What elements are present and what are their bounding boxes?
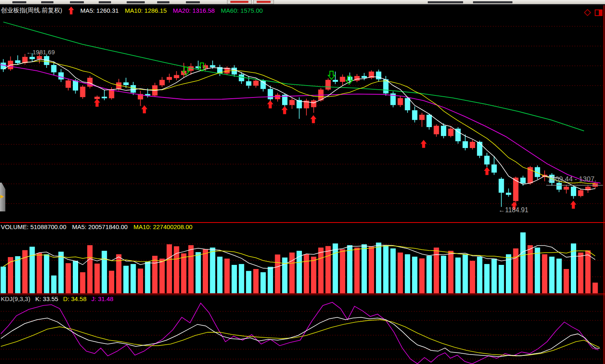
candle-body[interactable]	[333, 80, 338, 82]
volume-bar[interactable]	[152, 256, 158, 294]
candle-body[interactable]	[520, 178, 526, 183]
volume-bar[interactable]	[260, 272, 266, 294]
volume-bar[interactable]	[376, 243, 381, 294]
volume-bar[interactable]	[419, 258, 424, 294]
volume-bar[interactable]	[138, 269, 143, 294]
volume-bar[interactable]	[427, 256, 432, 294]
candle-body[interactable]	[311, 100, 316, 107]
volume-bar[interactable]	[325, 246, 331, 294]
volume-bar[interactable]	[95, 264, 100, 294]
candle-body[interactable]	[412, 110, 417, 120]
volume-bar[interactable]	[593, 283, 598, 294]
candle-body[interactable]	[398, 98, 403, 105]
candle-body[interactable]	[80, 87, 86, 97]
volume-bar[interactable]	[225, 259, 230, 294]
volume-bar[interactable]	[354, 248, 359, 294]
volume-bar[interactable]	[217, 257, 223, 294]
candle-body[interactable]	[325, 80, 331, 90]
volume-bar[interactable]	[239, 264, 244, 294]
volume-bar[interactable]	[347, 245, 352, 294]
volume-bar[interactable]	[87, 245, 93, 294]
volume-bar[interactable]	[448, 251, 454, 294]
chart-canvas[interactable]	[0, 0, 605, 364]
volume-bar[interactable]	[383, 245, 389, 294]
candle-body[interactable]	[290, 100, 295, 105]
candle-body[interactable]	[463, 141, 468, 148]
volume-bar[interactable]	[116, 254, 121, 294]
candle-body[interactable]	[484, 156, 489, 165]
volume-bar[interactable]	[290, 253, 295, 294]
candle-body[interactable]	[37, 56, 42, 59]
volume-bar[interactable]	[167, 244, 172, 294]
volume-bar[interactable]	[455, 257, 461, 294]
candle-body[interactable]	[362, 76, 367, 78]
volume-bar[interactable]	[37, 253, 42, 294]
volume-bar[interactable]	[65, 263, 71, 294]
volume-bar[interactable]	[102, 251, 107, 294]
volume-bar[interactable]	[528, 245, 533, 294]
volume-bar[interactable]	[304, 254, 309, 294]
volume-bar[interactable]	[30, 247, 35, 294]
volume-bar[interactable]	[15, 256, 21, 294]
candle-body[interactable]	[123, 82, 129, 85]
candle-body[interactable]	[506, 193, 511, 195]
volume-bar[interactable]	[542, 254, 547, 294]
candle-body[interactable]	[434, 126, 439, 134]
volume-bar[interactable]	[203, 249, 208, 294]
candle-body[interactable]	[51, 65, 56, 72]
candle-body[interactable]	[441, 126, 446, 136]
volume-bar[interactable]	[109, 271, 114, 294]
volume-bar[interactable]	[563, 269, 569, 294]
candle-body[interactable]	[102, 97, 107, 98]
candle-body[interactable]	[376, 72, 381, 79]
volume-bar[interactable]	[181, 253, 186, 294]
candle-body[interactable]	[405, 98, 410, 110]
volume-bar[interactable]	[275, 255, 280, 294]
volume-bar[interactable]	[369, 247, 374, 294]
candle-body[interactable]	[448, 129, 454, 136]
volume-bar[interactable]	[73, 261, 78, 294]
candle-body[interactable]	[427, 115, 432, 127]
candle-body[interactable]	[571, 187, 576, 196]
volume-bar[interactable]	[333, 243, 338, 294]
volume-bar[interactable]	[441, 256, 446, 294]
candle-body[interactable]	[232, 68, 237, 74]
candle-body[interactable]	[419, 115, 424, 120]
volume-bar[interactable]	[412, 257, 417, 294]
candle-body[interactable]	[15, 60, 21, 63]
volume-bar[interactable]	[398, 253, 403, 294]
volume-bar[interactable]	[160, 259, 165, 294]
candle-body[interactable]	[210, 65, 215, 67]
volume-bar[interactable]	[470, 261, 475, 294]
volume-bar[interactable]	[491, 259, 497, 294]
candle-body[interactable]	[58, 72, 64, 79]
candle-body[interactable]	[477, 142, 482, 156]
volume-bar[interactable]	[246, 271, 251, 294]
candle-body[interactable]	[556, 183, 562, 190]
candle-body[interactable]	[275, 95, 280, 99]
volume-bar[interactable]	[130, 264, 136, 294]
candle-body[interactable]	[160, 80, 165, 85]
candle-body[interactable]	[73, 81, 78, 90]
volume-bar[interactable]	[80, 272, 86, 294]
volume-bar[interactable]	[484, 264, 489, 294]
volume-bar[interactable]	[520, 232, 526, 294]
volume-bar[interactable]	[51, 276, 56, 294]
volume-bar[interactable]	[268, 267, 273, 294]
diamond-icon[interactable]	[584, 9, 591, 16]
volume-bar[interactable]	[477, 257, 482, 294]
candle-body[interactable]	[246, 81, 251, 86]
candle-body[interactable]	[491, 165, 497, 173]
candle-body[interactable]	[578, 190, 584, 196]
candle-body[interactable]	[563, 187, 569, 190]
candle-body[interactable]	[130, 85, 136, 93]
candle-body[interactable]	[174, 75, 179, 78]
candle-body[interactable]	[470, 142, 475, 148]
candle-body[interactable]	[65, 81, 71, 88]
volume-bar[interactable]	[578, 253, 584, 294]
split-window-icon[interactable]	[595, 9, 603, 16]
candle-body[interactable]	[95, 97, 100, 99]
candle-body[interactable]	[239, 74, 244, 81]
volume-bar[interactable]	[8, 257, 13, 294]
volume-bar[interactable]	[123, 266, 129, 294]
